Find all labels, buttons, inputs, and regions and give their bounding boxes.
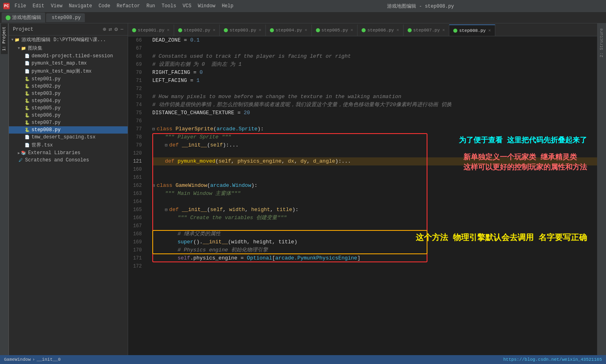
sidebar-item-tmx1[interactable]: 📄 pymunk_test_map.tmx	[9, 60, 128, 67]
sidebar-item-step004[interactable]: 🐍 step004.py	[9, 97, 128, 105]
tmx1-icon: 📄	[24, 61, 30, 66]
editor-tab-step001[interactable]: step001.py ×	[128, 25, 174, 36]
code-line-121: def pymunk_moved(self, physics_engine, d…	[152, 157, 597, 165]
menu-run[interactable]: Run	[146, 3, 155, 9]
line-165: 165	[128, 206, 145, 214]
sidebar-item-tiles[interactable]: ▼ 📁 图块集	[9, 44, 128, 52]
sidebar-item-tmx2[interactable]: 📄 pymunk_test_map测.tmx	[9, 67, 128, 75]
sidebar-item-world[interactable]: 📄 世界.tsx	[9, 141, 128, 149]
menu-tools[interactable]: Tools	[162, 3, 176, 9]
sidebar-item-step003[interactable]: 🐍 step003.py	[9, 90, 128, 97]
step005-icon: 🐍	[24, 105, 30, 111]
tab-close-step007[interactable]: ×	[442, 28, 445, 33]
tab-step005-label: step005.py	[322, 28, 348, 33]
code-lines[interactable]: DEAD_ZONE = 0.1 # Constants used to trac…	[148, 36, 597, 355]
sidebar-item-tiled-session[interactable]: 📄 demo01-project.tiled-session	[9, 52, 128, 60]
code-line-76	[152, 117, 597, 125]
code-line-72	[152, 85, 597, 93]
window-tab-file[interactable]: step008.py	[46, 13, 85, 22]
left-vtab-project[interactable]: 1: Project	[1, 23, 8, 54]
tab-py-icon	[132, 28, 136, 32]
line-171: 171	[128, 254, 145, 262]
menu-bar[interactable]: File Edit View Navigate Code Refactor Ru…	[15, 3, 234, 9]
tab-close-step005[interactable]: ×	[351, 28, 354, 33]
code-line-73: # How many pixels to move before we chan…	[152, 93, 597, 101]
minimize-icon[interactable]: −	[120, 26, 124, 33]
editor-tab-step003[interactable]: step003.py ×	[220, 25, 266, 36]
sidebar-item-scratches[interactable]: 🖊 Scratches and Consoles	[9, 157, 128, 164]
sidebar-item-step007[interactable]: 🐍 step007.py	[9, 119, 128, 126]
menu-view[interactable]: View	[51, 3, 63, 9]
sidebar-tree: ▼ 📁 游戏地图编辑 D:\PYTHON编程\课... ▼ 📁 图块集 📄 de…	[9, 36, 128, 355]
fold-init2[interactable]: ⊟	[165, 206, 168, 214]
fold-class[interactable]: ⊟	[152, 125, 155, 133]
sidebar-tsx1-label: tmw_desert_spacing.tsx	[32, 134, 95, 140]
sidebar-item-step008[interactable]: 🐍 step008.py	[9, 126, 128, 134]
tab-close-step003[interactable]: ×	[259, 28, 261, 33]
editor-tab-step008[interactable]: step008.py ×	[449, 25, 495, 36]
tab-close-step002[interactable]: ×	[213, 28, 216, 33]
sidebar-item-step002[interactable]: 🐍 step002.py	[9, 83, 128, 90]
sidebar-item-tsx1[interactable]: 📄 tmw_desert_spacing.tsx	[9, 134, 128, 141]
sidebar: Project ⊕ ⇄ ⚙ − ▼ 📁 游戏地图编辑 D:\PYTHON编程\课…	[9, 23, 128, 355]
main-layout: 1: Project Project ⊕ ⇄ ⚙ − ▼ 📁 游戏地图编辑 D:…	[0, 23, 606, 355]
step002-icon: 🐍	[24, 84, 30, 89]
tmx2-icon: 📄	[24, 69, 30, 74]
world-icon: 📄	[24, 142, 30, 148]
tab-close-step001[interactable]: ×	[167, 28, 170, 33]
line-172: 172	[128, 262, 145, 270]
settings-icon[interactable]: ⚙	[114, 26, 118, 33]
tab-close-step008[interactable]: ×	[488, 28, 491, 33]
tab-close-step006[interactable]: ×	[396, 28, 399, 33]
menu-window[interactable]: Window	[198, 3, 215, 9]
menu-navigate[interactable]: Navigate	[69, 3, 92, 9]
line-68: 68	[128, 52, 145, 61]
fold-gamewindow[interactable]: ⊟	[152, 182, 155, 190]
sidebar-external-label: External Libraries	[28, 150, 80, 156]
menu-vcs[interactable]: VCS	[183, 3, 191, 9]
sidebar-icons[interactable]: ⊕ ⇄ ⚙ −	[103, 26, 124, 33]
line-164: 164	[128, 198, 145, 206]
add-icon[interactable]: ⊕	[103, 26, 106, 33]
window-tab-project[interactable]: 游戏地图编辑	[2, 13, 45, 23]
code-line-161	[152, 174, 597, 182]
line-71: 71	[128, 77, 145, 85]
line-72: 72	[128, 85, 145, 93]
chevron-right-icon-ext: ▶	[18, 151, 20, 155]
sidebar-step006-label: step006.py	[32, 113, 61, 118]
menu-file[interactable]: File	[15, 3, 26, 9]
code-line-66: DEAD_ZONE = 0.1	[152, 36, 597, 44]
menu-edit[interactable]: Edit	[33, 3, 44, 9]
editor-tab-step006[interactable]: step006.py ×	[358, 25, 404, 36]
menu-code[interactable]: Code	[99, 3, 110, 9]
code-line-75: DISTANCE_TO_CHANGE_TEXTURE = 20	[152, 109, 597, 117]
menu-refactor[interactable]: Refactor	[117, 3, 140, 9]
line-120: 120	[128, 149, 145, 157]
tab-py-icon-3	[224, 28, 228, 32]
status-left: GameWindow › __init__0	[4, 357, 61, 362]
menu-help[interactable]: Help	[222, 3, 234, 9]
sidebar-item-step005[interactable]: 🐍 step005.py	[9, 105, 128, 112]
chevron-down-icon: ▼	[11, 38, 13, 42]
sidebar-item-external[interactable]: ▶ 📚 External Libraries	[9, 149, 128, 157]
breadcrumb-item2: __init__0	[37, 357, 61, 362]
tab-py-icon-5	[316, 28, 320, 32]
line-79: 79	[128, 141, 145, 149]
right-vtab-structure[interactable]: 2: Structure	[598, 25, 605, 61]
code-content[interactable]: 66 67 68 69 70 71 72 73 74 75 76 77 78 7…	[128, 36, 597, 355]
tab-close-step004[interactable]: ×	[305, 28, 307, 33]
editor-tab-step005[interactable]: step005.py ×	[312, 25, 358, 36]
line-160: 160	[128, 165, 145, 174]
editor-tab-step002[interactable]: step002.py ×	[174, 25, 220, 36]
sync-icon[interactable]: ⇄	[109, 26, 112, 33]
sidebar-item-step006[interactable]: 🐍 step006.py	[9, 112, 128, 119]
code-line-168: # 继承父类的属性	[152, 230, 597, 238]
tab-step006-label: step006.py	[367, 28, 394, 33]
code-line-162: ⊟ class GameWindow(arcade.Window):	[152, 182, 597, 190]
sidebar-tmx1-label: pymunk_test_map.tmx	[32, 61, 87, 66]
fold-init[interactable]: ⊟	[165, 141, 168, 149]
editor-tab-step007[interactable]: step007.py ×	[404, 25, 450, 36]
sidebar-item-root[interactable]: ▼ 📁 游戏地图编辑 D:\PYTHON编程\课...	[9, 36, 128, 44]
editor-tab-step004[interactable]: step004.py ×	[266, 25, 312, 36]
sidebar-item-step001[interactable]: 🐍 step001.py	[9, 75, 128, 83]
